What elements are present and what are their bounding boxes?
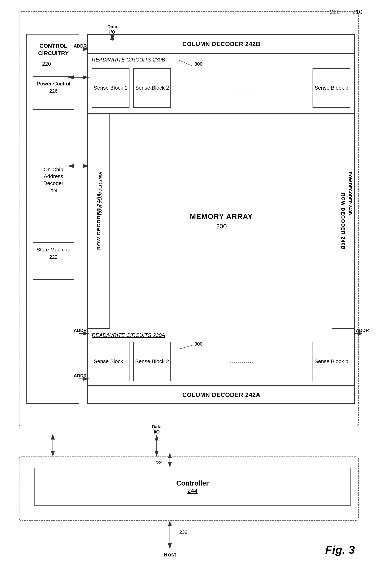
state-machine-label: State Machine xyxy=(33,243,74,254)
sense-block-a-dots: ............ xyxy=(175,359,309,364)
fig-3-label: Fig. 3 xyxy=(325,543,355,556)
sense-block-b-2: Sense Block 2 xyxy=(133,68,171,108)
controller-label: Controller xyxy=(176,479,209,487)
data-io-bottom-label2: I/O xyxy=(154,429,160,434)
sense-block-a-p: Sense Block p xyxy=(312,342,350,381)
control-circuitry-label: CONTROL CIRCUITRY xyxy=(29,42,78,57)
column-decoder-a: COLUMN DECODER 242A xyxy=(88,385,356,404)
memory-array: MEMORY ARRAY 200 xyxy=(110,114,333,329)
sense-blocks-a-container: Sense Block 1 Sense Block 2 ............… xyxy=(90,341,352,382)
memory-array-label: MEMORY ARRAY xyxy=(190,213,253,221)
control-circuitry-number: 220 xyxy=(42,61,51,67)
rw-b-label: READ/WRITE CIRCUITS 230B xyxy=(92,57,165,63)
bus-232-label: 232 xyxy=(179,529,188,535)
state-machine-number: 222 xyxy=(33,254,74,260)
controller-number: 244 xyxy=(188,487,198,494)
sense-block-a-1: Sense Block 1 xyxy=(92,342,130,381)
sense-block-b-p: Sense Block p xyxy=(312,68,350,108)
control-circuitry-box: CONTROL CIRCUITRY 220 Power Control 226 … xyxy=(26,34,79,404)
row-decoder-right-label: ROW DECODER 240B xyxy=(340,193,346,250)
power-control-number: 226 xyxy=(33,88,74,94)
row-decoder-right: ROW DECODER 240B xyxy=(332,114,354,329)
power-control-box: Power Control 226 xyxy=(33,76,74,110)
onchip-decoder-box: On-Chip Address Decoder 224 xyxy=(33,163,74,204)
rw-circuits-b: READ/WRITE CIRCUITS 230B Sense Block 1 S… xyxy=(88,53,356,114)
column-decoder-b: COLUMN DECODER 242B xyxy=(88,34,356,53)
host-label: Host xyxy=(164,551,176,558)
row-decoder-left: ROW DECODER 240A xyxy=(88,114,110,329)
onchip-decoder-number: 224 xyxy=(33,188,74,193)
sense-blocks-b-container: Sense Block 1 Sense Block 2 ............… xyxy=(90,65,352,110)
row-decoder-left-label: ROW DECODER 240A xyxy=(96,193,102,250)
sense-block-b-dots: ............ xyxy=(175,85,309,90)
col-decoder-a-label: COLUMN DECODER 242A xyxy=(182,391,260,398)
col-decoder-b-label: COLUMN DECODER 242B xyxy=(182,40,260,47)
power-control-label: Power Control xyxy=(33,76,74,88)
onchip-decoder-label: On-Chip Address Decoder xyxy=(33,163,74,188)
main-area: COLUMN DECODER 242B READ/WRITE CIRCUITS … xyxy=(87,34,355,404)
state-machine-box: State Machine 222 xyxy=(33,242,74,280)
controller-box: Controller 244 xyxy=(34,468,351,506)
rw-a-label: READ/WRITE CIRCUITS 230A xyxy=(92,332,165,338)
sense-block-a-2: Sense Block 2 xyxy=(133,342,171,381)
rw-circuits-a: READ/WRITE CIRCUITS 230A Sense Block 1 S… xyxy=(88,329,356,385)
diagram-container: 210 212 CONTROL CIRCUITRY 220 Power Cont… xyxy=(15,7,374,570)
memory-array-number: 200 xyxy=(216,223,227,230)
sense-block-b-1: Sense Block 1 xyxy=(92,68,130,108)
